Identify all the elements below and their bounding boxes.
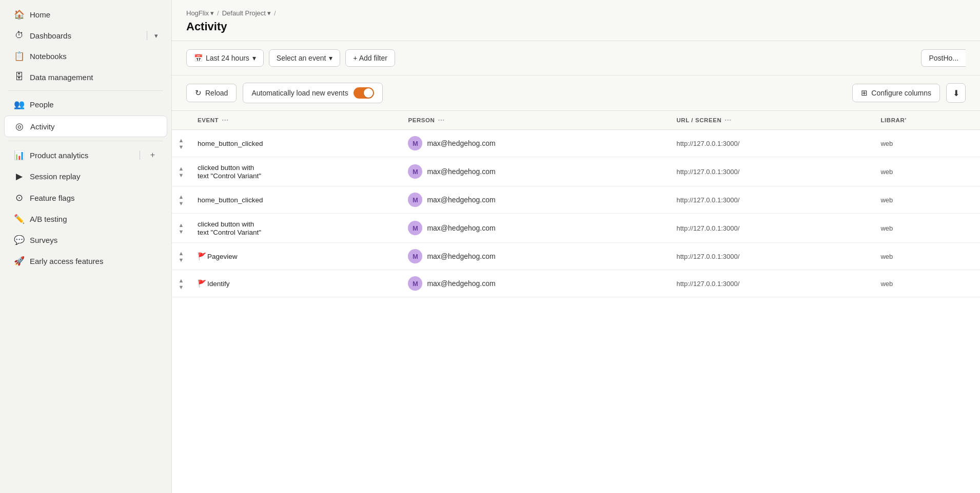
expand-arrows[interactable]: ▲▼ [175,194,187,206]
event-name[interactable]: home_button_clicked [198,140,263,147]
sidebar-item-label: Data management [30,73,158,82]
auto-load-container: Automatically load new events [243,83,382,103]
expand-arrows[interactable]: ▲▼ [175,277,187,290]
sidebar-item-data-management[interactable]: 🗄 Data management [4,67,167,87]
person-column-header: PERSON ··· [401,111,669,130]
sidebar-item-activity[interactable]: ◎ Activity [4,116,167,137]
sidebar-item-ab-testing[interactable]: ✏️ A/B testing [4,209,167,229]
person-email[interactable]: max@hedgehog.com [427,252,495,260]
sidebar-item-people[interactable]: 👥 People [4,94,167,115]
person-col-menu[interactable]: ··· [438,116,444,124]
person-email[interactable]: max@hedgehog.com [427,167,495,176]
posthog-filter-button[interactable]: PostHo... [921,49,966,67]
person-cell: Mmax@hedgehog.com [401,157,669,186]
data-management-icon: 🗄 [13,72,25,82]
reload-button[interactable]: ↻ Reload [186,84,237,102]
table-row: ▲▼home_button_clickedMmax@hedgehog.comht… [172,186,980,214]
person-cell: Mmax@hedgehog.com [401,186,669,214]
sidebar-item-session-replay[interactable]: ▶ Session replay [4,166,167,186]
sidebar-item-label: Feature flags [30,194,158,202]
person-email[interactable]: max@hedgehog.com [427,224,495,232]
filter-toolbar: 📅 Last 24 hours ▾ Select an event ▾ + Ad… [172,41,980,75]
expand-arrows[interactable]: ▲▼ [175,222,187,235]
events-table: EVENT ··· PERSON ··· URL / SCREEN [172,111,980,297]
flag-icon: 🚩 [198,252,206,260]
add-filter-button[interactable]: + Add filter [345,49,395,67]
breadcrumb-project[interactable]: Default Project ▾ [222,9,271,17]
feature-flags-icon: ⊙ [13,192,25,203]
sidebar-item-notebooks[interactable]: 📋 Notebooks [4,46,167,66]
library-cell: web [873,214,980,243]
time-filter-label: Last 24 hours [206,54,249,62]
event-cell: 🚩Identify [190,270,401,297]
event-name[interactable]: clicked button withtext "Control Variant… [198,220,261,236]
sidebar-item-label: Home [30,10,158,19]
add-filter-label: + Add filter [353,54,387,62]
download-icon: ⬇ [953,88,959,98]
download-button[interactable]: ⬇ [946,83,966,103]
avatar: M [408,136,422,150]
sidebar-item-label: Product analytics [30,151,132,160]
expand-cell: ▲▼ [172,270,190,297]
library-cell: web [873,186,980,214]
library-cell: web [873,243,980,270]
expand-arrows[interactable]: ▲▼ [175,250,187,263]
sidebar-item-label: Session replay [30,172,158,181]
chevron-down-icon[interactable]: ▾ [154,32,158,40]
sidebar-item-label: Activity [30,122,158,131]
person-email[interactable]: max@hedgehog.com [427,139,495,147]
url-cell: http://127.0.0.1:3000/ [669,157,873,186]
activity-icon: ◎ [14,121,25,132]
event-col-menu[interactable]: ··· [222,116,228,124]
sidebar-item-early-access[interactable]: 🚀 Early access features [4,251,167,271]
page-title: Activity [186,20,966,33]
sidebar-item-product-analytics[interactable]: 📊 Product analytics + [4,145,167,165]
sidebar-item-dashboards[interactable]: ⏱ Dashboards ▾ [4,26,167,45]
event-filter-button[interactable]: Select an event ▾ [269,49,341,67]
url-cell: http://127.0.0.1:3000/ [669,130,873,157]
sidebar-item-home[interactable]: 🏠 Home [4,5,167,25]
url-col-menu[interactable]: ··· [724,116,731,124]
library-cell: web [873,157,980,186]
url-cell: http://127.0.0.1:3000/ [669,243,873,270]
time-filter-button[interactable]: 📅 Last 24 hours ▾ [186,49,264,67]
surveys-icon: 💬 [13,235,25,245]
sidebar-item-feature-flags[interactable]: ⊙ Feature flags [4,187,167,208]
person-email[interactable]: max@hedgehog.com [427,279,495,288]
table-row: ▲▼🚩PageviewMmax@hedgehog.comhttp://127.0… [172,243,980,270]
notebooks-icon: 📋 [13,51,25,62]
add-insight-button[interactable]: + [147,149,158,161]
person-cell: Mmax@hedgehog.com [401,214,669,243]
sidebar-item-label: Surveys [30,236,158,244]
expand-cell: ▲▼ [172,214,190,243]
avatar: M [408,276,422,291]
posthog-btn-label: PostHo... [929,54,958,62]
divider [147,31,147,40]
configure-columns-button[interactable]: ⊞ Configure columns [852,84,940,102]
expand-cell: ▲▼ [172,157,190,186]
person-cell: Mmax@hedgehog.com [401,270,669,297]
chevron-down-icon: ▾ [252,54,256,62]
event-name[interactable]: Pageview [207,253,238,260]
event-column-header: EVENT ··· [190,111,401,130]
chevron-down-icon: ▾ [329,54,332,62]
dashboards-icon: ⏱ [13,30,25,41]
event-name[interactable]: Identify [207,280,230,288]
event-name[interactable]: home_button_clicked [198,196,263,204]
auto-load-toggle[interactable] [354,87,374,99]
project-chevron-icon: ▾ [267,9,271,17]
expand-cell: ▲▼ [172,130,190,157]
avatar: M [408,193,422,207]
expand-arrows[interactable]: ▲▼ [175,137,187,150]
expand-arrows[interactable]: ▲▼ [175,165,187,178]
sidebar-divider [8,90,163,91]
person-email[interactable]: max@hedgehog.com [427,196,495,204]
home-icon: 🏠 [13,9,25,20]
url-cell: http://127.0.0.1:3000/ [669,214,873,243]
event-name[interactable]: clicked button withtext "Control Variant… [198,164,261,180]
sidebar-item-surveys[interactable]: 💬 Surveys [4,230,167,250]
table-row: ▲▼clicked button withtext "Control Varia… [172,214,980,243]
expand-cell: ▲▼ [172,186,190,214]
avatar: M [408,221,422,235]
breadcrumb-org[interactable]: HogFlix ▾ [186,9,214,17]
